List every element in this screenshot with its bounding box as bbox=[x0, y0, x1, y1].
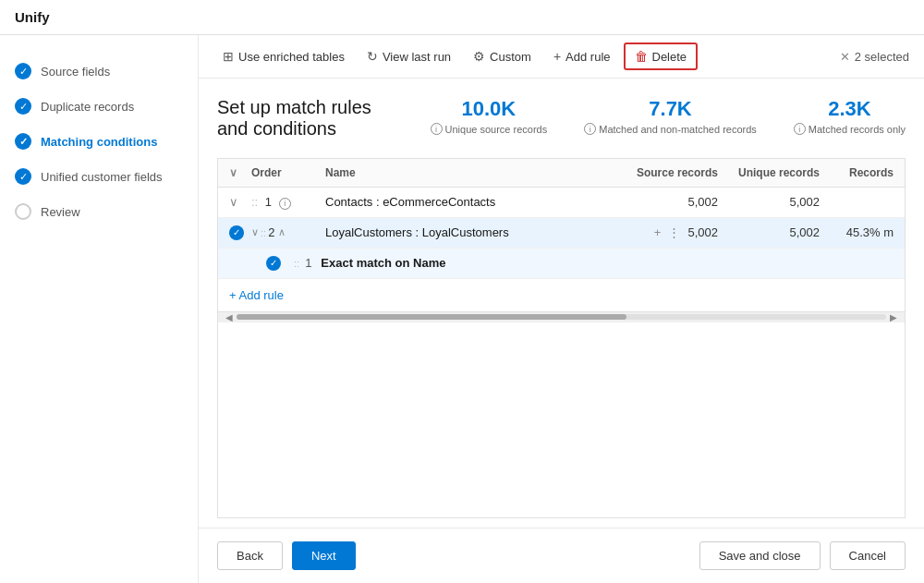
chevron-right-icon: ∨ bbox=[229, 195, 238, 209]
data-table: ∨ Order Name Source records Unique recor… bbox=[217, 158, 906, 518]
sidebar-label-duplicate: Duplicate records bbox=[41, 100, 134, 114]
stat-matched-only: 2.3K i Matched records only bbox=[794, 97, 906, 135]
row1-name: Contacts : eCommerceContacts bbox=[325, 195, 616, 209]
row2-add-icon[interactable]: + bbox=[654, 225, 662, 239]
add-rule-row[interactable]: + Add rule bbox=[218, 279, 905, 311]
sidebar: Source fields Duplicate records Matching… bbox=[0, 35, 199, 583]
subrow-order: 1 bbox=[305, 256, 311, 270]
check-icon-matching bbox=[15, 133, 31, 150]
row2-records: 45.3% m bbox=[820, 225, 894, 239]
stats-row: Set up match rules and conditions 10.0K … bbox=[217, 97, 906, 140]
enriched-icon: ⊞ bbox=[223, 49, 234, 64]
add-rule-label: Add rule bbox=[565, 50, 610, 64]
selected-indicator: ✕ 2 selected bbox=[840, 50, 909, 64]
stat-value-matched-only: 2.3K bbox=[794, 97, 906, 121]
back-button[interactable]: Back bbox=[217, 541, 283, 570]
chevron-down-icon: ∨ bbox=[229, 166, 237, 179]
checkbox-icon-row2 bbox=[229, 225, 244, 240]
view-run-icon: ↻ bbox=[367, 49, 378, 64]
add-icon: + bbox=[553, 49, 561, 64]
stat-label-unique: i Unique source records bbox=[431, 123, 548, 135]
selected-count: 2 selected bbox=[855, 50, 909, 64]
check-icon-duplicate bbox=[15, 98, 31, 115]
sidebar-label-matching: Matching conditions bbox=[41, 135, 157, 149]
info-icon-unique: i bbox=[431, 123, 443, 135]
row2-order-num: 2 bbox=[268, 225, 274, 239]
table-header: ∨ Order Name Source records Unique recor… bbox=[218, 159, 905, 188]
stat-label-matched-only: i Matched records only bbox=[794, 123, 906, 135]
scroll-left-arrow[interactable]: ◀ bbox=[222, 312, 237, 322]
row2-checkbox[interactable] bbox=[229, 225, 251, 240]
row1-info-icon: i bbox=[279, 198, 291, 210]
sidebar-item-matching-conditions[interactable]: Matching conditions bbox=[0, 124, 198, 159]
scroll-track[interactable] bbox=[237, 314, 886, 320]
stat-value-matched-non: 7.7K bbox=[584, 97, 757, 121]
table-row[interactable]: :: 1 Exact match on Name bbox=[218, 249, 905, 279]
row2-name: LoyalCustomers : LoyalCustomers bbox=[325, 225, 616, 239]
row1-order: :: 1 i bbox=[251, 195, 325, 210]
stat-unique-source: 10.0K i Unique source records bbox=[431, 97, 548, 135]
row1-order-num: 1 bbox=[265, 195, 272, 209]
header-order: Order bbox=[251, 166, 325, 179]
add-rule-toolbar-button[interactable]: + Add rule bbox=[544, 44, 620, 68]
row2-drag-handle: :: bbox=[261, 227, 266, 238]
footer: Back Next Save and close Cancel bbox=[199, 528, 924, 583]
row1-expand[interactable]: ∨ bbox=[229, 195, 251, 209]
next-button[interactable]: Next bbox=[292, 541, 356, 570]
main-content: Set up match rules and conditions 10.0K … bbox=[199, 79, 924, 528]
row1-drag-handle: :: bbox=[251, 195, 258, 209]
info-icon-matched-only: i bbox=[794, 123, 806, 135]
sidebar-label-unified: Unified customer fields bbox=[41, 170, 163, 184]
custom-icon: ⚙ bbox=[473, 49, 485, 64]
row2-more-icon[interactable]: ⋮ bbox=[668, 225, 680, 239]
scroll-thumb[interactable] bbox=[237, 314, 626, 320]
header-records: Records bbox=[820, 166, 894, 179]
save-close-button[interactable]: Save and close bbox=[699, 541, 821, 570]
content-area: ⊞ Use enriched tables ↻ View last run ⚙ … bbox=[199, 35, 924, 583]
check-icon-source bbox=[15, 63, 31, 79]
app-header: Unify bbox=[0, 0, 924, 35]
table-row[interactable]: ∨ :: 1 i Contacts : eCommerceContacts 5,… bbox=[218, 188, 905, 218]
check-icon-unified bbox=[15, 168, 31, 185]
stat-matched-non: 7.7K i Matched and non-matched records bbox=[584, 97, 757, 135]
view-last-run-button[interactable]: ↻ View last run bbox=[358, 44, 460, 68]
main-layout: Source fields Duplicate records Matching… bbox=[0, 35, 924, 583]
use-enriched-label: Use enriched tables bbox=[238, 50, 345, 64]
sidebar-item-review[interactable]: Review bbox=[0, 194, 198, 229]
sidebar-item-unified-customer[interactable]: Unified customer fields bbox=[0, 159, 198, 194]
header-unique: Unique records bbox=[718, 166, 820, 179]
custom-label: Custom bbox=[490, 50, 531, 64]
stat-value-unique: 10.0K bbox=[431, 97, 548, 121]
subrow-name: Exact match on Name bbox=[321, 256, 616, 270]
sidebar-item-duplicate-records[interactable]: Duplicate records bbox=[0, 89, 198, 124]
row2-unique: 5,002 bbox=[718, 225, 820, 239]
table-row[interactable]: ∨ :: 2 ∧ LoyalCustomers : LoyalCustomers… bbox=[218, 218, 905, 249]
row1-unique: 5,002 bbox=[718, 195, 820, 209]
header-name: Name bbox=[325, 166, 616, 179]
sidebar-label-review: Review bbox=[41, 205, 80, 219]
horizontal-scrollbar[interactable]: ◀ ▶ bbox=[218, 311, 905, 322]
use-enriched-button[interactable]: ⊞ Use enriched tables bbox=[213, 44, 354, 68]
custom-button[interactable]: ⚙ Custom bbox=[464, 44, 541, 68]
sidebar-item-source-fields[interactable]: Source fields bbox=[0, 54, 198, 89]
add-rule-label: + Add rule bbox=[229, 288, 284, 302]
row2-chevron-up: ∧ bbox=[278, 226, 286, 238]
scroll-right-arrow[interactable]: ▶ bbox=[886, 312, 901, 322]
footer-left: Back Next bbox=[217, 541, 356, 570]
view-last-run-label: View last run bbox=[383, 50, 451, 64]
delete-label: Delete bbox=[652, 50, 687, 64]
stat-label-matched-non: i Matched and non-matched records bbox=[584, 123, 757, 135]
checkbox-icon-subrow bbox=[266, 256, 281, 271]
delete-button[interactable]: 🗑 Delete bbox=[624, 43, 699, 70]
cancel-button[interactable]: Cancel bbox=[830, 541, 906, 570]
trash-icon: 🗑 bbox=[635, 49, 648, 64]
close-selected-icon[interactable]: ✕ bbox=[840, 50, 850, 64]
page-title: Set up match rules and conditions bbox=[217, 97, 394, 140]
row2-order: ∨ :: 2 ∧ bbox=[251, 225, 325, 239]
row2-source: + ⋮ 5,002 bbox=[616, 225, 718, 239]
row1-source: 5,002 bbox=[616, 195, 718, 209]
header-source: Source records bbox=[616, 166, 718, 179]
subrow-drag: :: bbox=[294, 258, 299, 269]
circle-icon-review bbox=[15, 203, 31, 220]
row2-chevron-down: ∨ bbox=[251, 226, 259, 238]
